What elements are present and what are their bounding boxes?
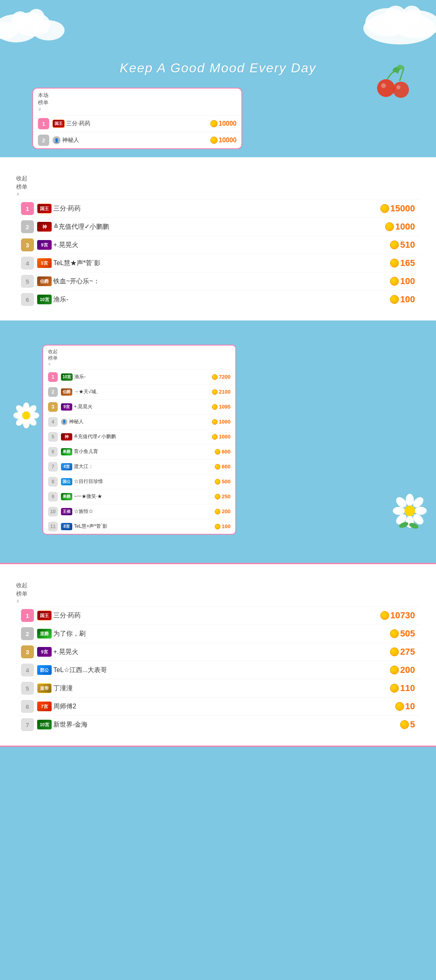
s3-badge-7: 4宫 bbox=[61, 463, 72, 470]
s3-row-4: 4 👤 神秘人 1000 bbox=[43, 414, 235, 429]
s2-row-4: 4 5宫 TeL慧★声*菅`影 165 bbox=[16, 254, 420, 272]
s3-badge-10: 王侯 bbox=[61, 508, 72, 515]
s4-coin-4 bbox=[390, 666, 399, 674]
cloud-top-right-decoration bbox=[355, 0, 436, 48]
s2-coin-2 bbox=[385, 222, 394, 231]
svg-point-4 bbox=[11, 11, 29, 29]
s3-name-6: 育小鱼儿育 bbox=[74, 448, 212, 455]
cloud-top-left-decoration bbox=[0, 4, 73, 44]
s4-coin-7 bbox=[400, 720, 409, 729]
s3-score-6: 600 bbox=[222, 449, 231, 455]
section-3: 收起 榜单 ∧ 1 10宫 渔乐- 7200 2 伯爵 →★天√城、 2100 … bbox=[0, 320, 436, 563]
s4-score-3: 275 bbox=[400, 647, 415, 657]
coin-icon-2 bbox=[210, 137, 218, 144]
coin-icon-1 bbox=[210, 120, 218, 127]
s2-badge-3: 9宫 bbox=[37, 240, 52, 250]
s4-name-5: 丁潼潼 bbox=[53, 684, 387, 693]
section-2-header-label: 收起 榜单 ∧ bbox=[16, 174, 36, 197]
s2-row-5: 5 伯爵 铁血~开心乐~： 100 bbox=[16, 272, 420, 290]
s4-row-5: 5 皇帝 丁潼潼 110 bbox=[16, 679, 420, 697]
s2-coin-1 bbox=[380, 204, 389, 213]
s2-badge-2: 神 bbox=[37, 222, 52, 232]
rank-badge-1: 1 bbox=[38, 118, 49, 129]
s2-name-3: +.晃晃火 bbox=[53, 241, 387, 249]
card-3-header: 收起 榜单 ∧ bbox=[43, 346, 235, 369]
s2-badge-5: 伯爵 bbox=[37, 276, 52, 286]
s4-badge-7: 10宫 bbox=[37, 720, 52, 729]
svg-point-10 bbox=[402, 6, 421, 25]
svg-point-26 bbox=[22, 411, 30, 419]
card-3-title: 收起 榜单 bbox=[48, 349, 68, 361]
s4-badge-4: 郡公 bbox=[37, 665, 52, 675]
s3-score-9: 250 bbox=[222, 493, 231, 499]
card-1-toggle[interactable]: ∨ bbox=[38, 106, 58, 112]
s2-name-5: 铁血~开心乐~： bbox=[53, 277, 387, 286]
s3-score-11: 100 bbox=[222, 523, 231, 529]
s4-row-3: 3 9宫 +.晃晃火 275 bbox=[16, 643, 420, 661]
s4-name-6: 周师傅2 bbox=[53, 702, 392, 711]
s2-score-4: 165 bbox=[400, 258, 415, 268]
card-3-toggle[interactable]: ∧ bbox=[48, 362, 68, 366]
svg-point-15 bbox=[381, 83, 386, 88]
s3-name-2: →★天√城、 bbox=[74, 388, 209, 395]
s3-score-7: 600 bbox=[222, 464, 231, 470]
s4-score-6: 10 bbox=[405, 701, 415, 712]
s4-score-5: 110 bbox=[400, 683, 415, 693]
s3-rank-6: 6 bbox=[48, 447, 58, 457]
s2-rank-5: 5 bbox=[21, 275, 34, 288]
s4-badge-5: 皇帝 bbox=[37, 683, 52, 693]
s4-score-4: 200 bbox=[400, 665, 415, 675]
s3-coin-1 bbox=[212, 374, 218, 380]
bottom-section bbox=[0, 747, 436, 779]
s4-rank-7: 7 bbox=[21, 718, 34, 731]
s2-row-6: 6 10宫 渔乐- 100 bbox=[16, 290, 420, 308]
s4-rank-4: 4 bbox=[21, 664, 34, 677]
leaderboard-card-3: 收起 榜单 ∧ 1 10宫 渔乐- 7200 2 伯爵 →★天√城、 2100 … bbox=[42, 345, 236, 534]
user-badge-king-1: 国王 bbox=[52, 120, 65, 128]
section-4-title: 收起 榜单 bbox=[16, 581, 36, 598]
svg-point-31 bbox=[415, 507, 427, 515]
s4-rank-3: 3 bbox=[21, 645, 34, 658]
s4-row-1: 1 国王 三分·药药 10730 bbox=[16, 606, 420, 624]
user-name-2: 神秘人 bbox=[62, 137, 207, 144]
section-4-header-label: 收起 榜单 ∧ bbox=[16, 581, 36, 604]
s3-row-3: 3 9宫 +.晃晃火 1095 bbox=[43, 399, 235, 414]
s4-badge-3: 9宫 bbox=[37, 647, 52, 657]
s3-badge-5: 神 bbox=[61, 433, 72, 440]
user-score-2: 10000 bbox=[219, 137, 237, 144]
s3-row-6: 6 果爵 育小鱼儿育 600 bbox=[43, 444, 235, 459]
s4-coin-2 bbox=[390, 629, 399, 638]
s3-name-5: ≙充值代理✓小鹏鹏 bbox=[74, 433, 209, 440]
s3-badge-9: 果爵 bbox=[61, 493, 72, 500]
s3-row-1: 1 10宫 渔乐- 7200 bbox=[43, 369, 235, 384]
s4-score-7: 5 bbox=[410, 719, 415, 730]
card-1-title: 本场 榜单 bbox=[38, 92, 58, 106]
s4-score-2: 505 bbox=[400, 628, 415, 639]
s3-name-9: ~一★微笑·★ bbox=[74, 493, 212, 500]
s3-coin-9 bbox=[215, 494, 220, 499]
cherry-decoration bbox=[375, 61, 412, 112]
s2-rank-1: 1 bbox=[21, 202, 34, 215]
s3-name-8: ☆目行目珍惜 bbox=[74, 478, 212, 485]
s2-row-3: 3 9宫 +.晃晃火 510 bbox=[16, 236, 420, 254]
s3-rank-7: 7 bbox=[48, 462, 58, 472]
s3-score-8: 500 bbox=[222, 478, 231, 485]
svg-point-36 bbox=[405, 506, 415, 516]
s4-name-4: TeL☆江西...大表哥 bbox=[53, 666, 387, 674]
svg-point-30 bbox=[393, 507, 405, 515]
section-2-toggle[interactable]: ∧ bbox=[16, 191, 36, 197]
s4-coin-5 bbox=[390, 684, 399, 693]
section-4-toggle[interactable]: ∧ bbox=[16, 598, 36, 604]
user-name-1: 三分·药药 bbox=[66, 120, 207, 127]
motto-text: Keep A Good Mood Every Day bbox=[0, 44, 436, 84]
s3-coin-2 bbox=[212, 389, 218, 395]
s2-row-1: 1 国王 三分·药药 15000 bbox=[16, 199, 420, 217]
s2-name-6: 渔乐- bbox=[53, 295, 387, 304]
s2-score-3: 510 bbox=[400, 240, 415, 250]
s2-coin-5 bbox=[390, 277, 399, 286]
s4-badge-6: 7宫 bbox=[37, 702, 52, 711]
s3-row-10: 10 王侯 ☆族恒☆ 200 bbox=[43, 504, 235, 519]
card-1-header-label: 本场 榜单 ∨ bbox=[38, 92, 58, 112]
section-2: 收起 榜单 ∧ 1 国王 三分·药药 15000 2 神 ≙充值代理✓小鹏鹏 1… bbox=[0, 157, 436, 320]
s4-coin-3 bbox=[390, 647, 399, 656]
